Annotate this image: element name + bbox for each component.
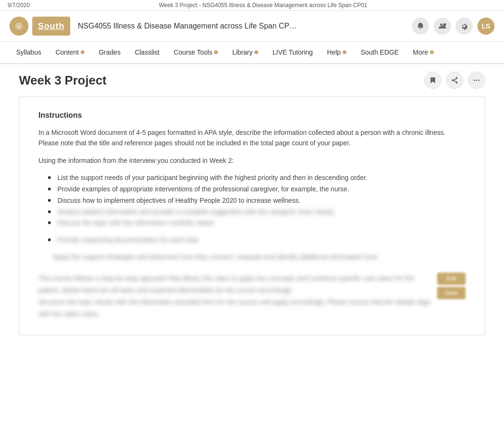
people-icon-button[interactable] <box>434 18 451 35</box>
svg-point-10 <box>478 80 480 81</box>
list-item: Discuss how to implement objectives of H… <box>53 195 466 207</box>
svg-point-9 <box>476 80 477 81</box>
list-item: List the support needs of your participa… <box>53 172 466 184</box>
help-dot-icon <box>343 50 346 54</box>
list-item: Provide examples of appropriate interven… <box>53 184 466 195</box>
date-display: 9/7/2020 <box>8 2 30 9</box>
logo-text-block: South <box>32 17 70 36</box>
intro-paragraph-1: In a Microsoft Word document of 4-5 page… <box>38 127 466 149</box>
section-title: Instructions <box>38 111 466 120</box>
more-options-icon-button[interactable] <box>468 72 485 89</box>
share-icon-button[interactable] <box>446 72 463 89</box>
blurred-note-paragraph: Apply the support strategies and determi… <box>38 252 466 263</box>
nav-syllabus[interactable]: Syllabus <box>9 42 48 64</box>
header-icons: LS <box>412 18 495 35</box>
course-tools-dot-icon <box>214 50 218 54</box>
bottom-section: The course follows a step-by-step approa… <box>38 273 466 321</box>
svg-point-2 <box>440 24 443 26</box>
content-dot-icon <box>81 50 84 54</box>
library-dot-icon <box>254 50 258 54</box>
svg-text:S: S <box>18 25 20 29</box>
nav-library[interactable]: Library <box>225 42 265 64</box>
nav-more[interactable]: More <box>406 42 440 64</box>
nav-grades[interactable]: Grades <box>92 42 127 64</box>
bookmark-icon-button[interactable] <box>424 72 441 89</box>
page-title: Week 3 Project <box>19 73 107 88</box>
side-button-group: Edit Save <box>437 273 466 321</box>
list-item: Provide supporting documentation for eac… <box>53 235 466 246</box>
navigation-bar: Syllabus Content Grades Classlist Course… <box>0 42 504 64</box>
browser-tab-title: Week 3 Project - NSG4055 Illness & Disea… <box>159 2 367 9</box>
nav-live-tutoring[interactable]: LIVE Tutoring <box>266 42 319 64</box>
top-bar: 9/7/2020 Week 3 Project - NSG4055 Illnes… <box>0 0 504 11</box>
content-area: Instructions In a Microsoft Word documen… <box>19 96 485 335</box>
intro-paragraph-2: Using the information from the interview… <box>38 155 466 166</box>
edit-button[interactable]: Edit <box>437 273 466 285</box>
svg-point-3 <box>456 77 457 79</box>
list-item: Discuss the topic with the information c… <box>53 217 466 229</box>
bell-icon-button[interactable] <box>412 18 429 35</box>
list-item: Analyze patient information and provide … <box>53 207 466 218</box>
avatar-initials: LS <box>482 22 490 30</box>
bottom-blurred-paragraph-1: The course follows a step-by-step approa… <box>38 273 432 296</box>
svg-point-8 <box>474 80 475 81</box>
bottom-blurred-paragraph-2: Structure the topic clearly with the inf… <box>38 296 432 320</box>
nav-south-edge[interactable]: South EDGE <box>354 42 405 64</box>
course-title: NSG4055 Illness & Disease Management acr… <box>78 22 404 30</box>
sub-bullets-list: Provide supporting documentation for eac… <box>38 235 466 246</box>
save-button[interactable]: Save <box>437 287 466 299</box>
logo-text: South <box>38 21 65 31</box>
user-avatar[interactable]: LS <box>477 18 495 35</box>
page-action-icons <box>424 72 485 89</box>
nav-help[interactable]: Help <box>320 42 353 64</box>
nav-course-tools[interactable]: Course Tools <box>167 42 224 64</box>
page-title-bar: Week 3 Project <box>0 64 504 96</box>
logo-circle-icon: S <box>9 17 28 36</box>
more-dot-icon <box>430 50 434 54</box>
settings-icon-button[interactable] <box>456 18 473 35</box>
bottom-blurred-text-block: The course follows a step-by-step approa… <box>38 273 432 321</box>
svg-point-4 <box>456 82 457 84</box>
nav-content[interactable]: Content <box>49 42 91 64</box>
header: S South NSG4055 Illness & Disease Manage… <box>0 11 504 42</box>
logo-area: S South <box>9 17 70 36</box>
requirements-list: List the support needs of your participa… <box>38 172 466 229</box>
nav-classlist[interactable]: Classlist <box>128 42 166 64</box>
